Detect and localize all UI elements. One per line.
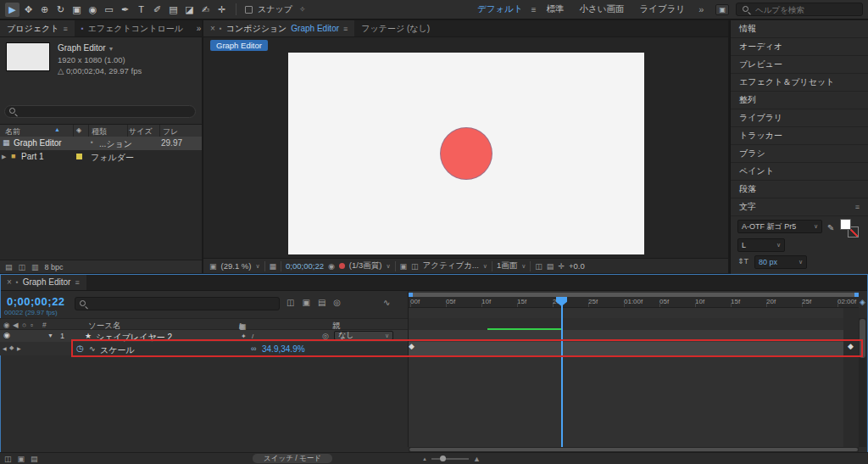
panel-menu-icon[interactable]: ≡	[343, 25, 348, 33]
composition-marker-bin-icon[interactable]: ◈	[860, 298, 865, 306]
shape-tool-icon[interactable]: ▭	[102, 3, 116, 17]
snapshot-camera-icon[interactable]: ◉	[328, 262, 335, 271]
hand-tool-icon[interactable]: ✥	[21, 3, 36, 17]
camera-view-value[interactable]: アクティブカ...	[423, 260, 479, 271]
type-tool-icon[interactable]: T	[134, 3, 148, 17]
transparency-grid-icon[interactable]: ◫	[411, 262, 419, 271]
workspace-standard[interactable]: 標準	[540, 3, 571, 15]
vertical-scrollbar-thumb[interactable]	[860, 319, 865, 358]
zoom-in-frames-icon[interactable]: ▲	[473, 455, 481, 463]
fast-previews-icon[interactable]: ▤	[547, 262, 554, 271]
panel-menu-icon[interactable]: ≡	[75, 278, 79, 287]
layer-row[interactable]: ◉ ▼ 1 ★ シェイプレイヤー 2 ✦ / ◎ なし∨	[0, 330, 408, 342]
pan-behind-tool-icon[interactable]: ◉	[86, 3, 100, 17]
label-color-chip[interactable]	[76, 154, 82, 159]
panel-menu-icon[interactable]: ≡	[855, 203, 860, 211]
panel-brushes[interactable]: ブラシ	[731, 145, 868, 163]
stopwatch-icon[interactable]: ◷	[76, 344, 84, 353]
show-channel-icon[interactable]	[339, 263, 345, 269]
workspace-libraries[interactable]: ライブラリ	[633, 3, 693, 15]
twirl-icon[interactable]: ▶	[2, 154, 6, 160]
parent-dropdown[interactable]: なし∨	[334, 331, 393, 340]
zoom-out-frames-icon[interactable]: ▲	[422, 456, 427, 461]
twirl-down-icon[interactable]: ▼	[47, 333, 53, 338]
track-area[interactable]: 00f 05f 10f 15f 20f 25f 01:00f 05f 10f 1…	[409, 291, 859, 447]
project-bit-depth[interactable]: 8 bpc	[45, 263, 64, 271]
project-row-part1[interactable]: ▶ ■ Part 1 フォルダー	[0, 150, 202, 164]
composition-name-tag[interactable]: Graph Editor	[210, 40, 268, 51]
panel-paragraph[interactable]: 段落	[731, 181, 868, 198]
tab-footage[interactable]: フッテージ (なし)	[354, 20, 437, 36]
tab-project[interactable]: プロジェクト ≡	[0, 20, 75, 36]
viewer-timecode[interactable]: 0;00;00;22	[286, 261, 324, 271]
exposure-icon[interactable]: ✛	[558, 262, 565, 271]
project-row-graph-editor[interactable]: ▦ Graph Editor ▪ ...ション 29.97	[0, 137, 202, 150]
eyedropper-icon[interactable]: ✎	[827, 223, 834, 232]
orbit-tool-icon[interactable]: ↻	[53, 3, 68, 17]
tab-timeline[interactable]: × ▪ Graph Editor ≡	[0, 274, 86, 290]
brush-tool-icon[interactable]: ✐	[150, 3, 164, 17]
keyframe-diamond-start[interactable]: ◆	[409, 342, 415, 350]
selection-tool-icon[interactable]: ▶	[5, 3, 19, 17]
quality-switch-icon[interactable]: /	[252, 333, 253, 340]
panel-tracker[interactable]: トラッカー	[731, 127, 868, 145]
help-search-box[interactable]	[736, 3, 863, 16]
composition-viewport[interactable]	[288, 53, 644, 254]
property-label[interactable]: スケール	[100, 344, 135, 356]
panel-character[interactable]: 文字 ≡	[731, 198, 868, 216]
panel-align[interactable]: 整列	[731, 92, 868, 109]
new-folder-icon[interactable]: ◫	[19, 263, 26, 271]
graph-editor-icon[interactable]: ∿	[383, 298, 390, 307]
shape-circle[interactable]	[440, 127, 492, 180]
horizontal-scrollbar-thumb[interactable]	[409, 448, 858, 451]
monitor-icon[interactable]: ▣	[209, 262, 217, 271]
cc-badge-icon[interactable]: ▣	[715, 4, 729, 15]
property-value[interactable]: 34.9,34.9%	[262, 344, 305, 354]
tab-effect-controls[interactable]: ▪ エフェクトコントロール	[75, 20, 190, 36]
snap-options-icon[interactable]: ✧	[299, 5, 306, 14]
panel-paint[interactable]: ペイント	[731, 163, 868, 181]
vertical-scrollbar[interactable]	[859, 318, 866, 447]
roto-brush-tool-icon[interactable]: ✍	[198, 3, 213, 17]
draft-3d-icon[interactable]: ▣	[302, 298, 309, 307]
property-graph-icon[interactable]: ∿	[89, 344, 96, 353]
help-search-input[interactable]	[755, 5, 850, 14]
hide-shy-layers-icon[interactable]: ▤	[318, 298, 326, 307]
frame-blending-icon[interactable]: ◎	[333, 298, 341, 307]
font-style-dropdown[interactable]: L∨	[737, 238, 785, 252]
eraser-tool-icon[interactable]: ◪	[182, 3, 197, 17]
workspace-menu-icon[interactable]: ≡	[531, 5, 537, 14]
panel-audio[interactable]: オーディオ	[731, 38, 868, 56]
workspace-small-screen[interactable]: 小さい画面	[573, 3, 632, 15]
tab-composition[interactable]: × ▪ コンポジション Graph Editor ≡	[203, 20, 354, 36]
workspace-default[interactable]: デフォルト	[470, 3, 530, 15]
resolution-value[interactable]: (1/3画質)	[349, 260, 382, 271]
font-size-dropdown[interactable]: 80 px∨	[754, 255, 807, 269]
pen-tool-icon[interactable]: ✒	[118, 3, 132, 17]
workspace-overflow-icon[interactable]: »	[693, 4, 709, 14]
scale-track-band[interactable]	[409, 342, 859, 355]
composition-mini-flowchart-icon[interactable]: ◫	[287, 298, 294, 307]
project-search-box[interactable]	[4, 105, 196, 118]
close-icon[interactable]: ×	[210, 24, 215, 33]
keyframe-diamond-end[interactable]: ◆	[848, 342, 854, 350]
composition-name[interactable]: Graph Editor ▼	[58, 42, 142, 54]
label-column-icon[interactable]: ◈	[76, 126, 81, 134]
keyframe-toggle-icon[interactable]: ◆	[9, 344, 14, 351]
close-icon[interactable]: ×	[7, 277, 12, 287]
exposure-value[interactable]: +0.0	[569, 261, 585, 271]
font-family-dropdown[interactable]: A-OTF 新ゴ Pr5∨	[737, 220, 822, 233]
next-keyframe-icon[interactable]: ▶	[17, 345, 21, 351]
camera-tool-icon[interactable]: ▣	[70, 3, 84, 17]
zoom-slider-handle[interactable]	[440, 456, 446, 461]
snap-checkbox[interactable]	[245, 6, 253, 14]
view-layout-value[interactable]: 1画面	[497, 260, 517, 271]
grid-guides-icon[interactable]: ▦	[270, 262, 277, 271]
fill-stroke-swatches[interactable]	[840, 219, 860, 239]
current-timecode[interactable]: 0;00;00;22	[7, 295, 65, 308]
clone-stamp-tool-icon[interactable]: ▤	[166, 3, 181, 17]
region-of-interest-icon[interactable]: ▣	[400, 262, 408, 271]
constrain-link-icon[interactable]: ∞	[251, 344, 256, 353]
previous-keyframe-icon[interactable]: ◀	[3, 345, 7, 351]
expand-in-out-icon[interactable]: ▤	[31, 455, 38, 463]
